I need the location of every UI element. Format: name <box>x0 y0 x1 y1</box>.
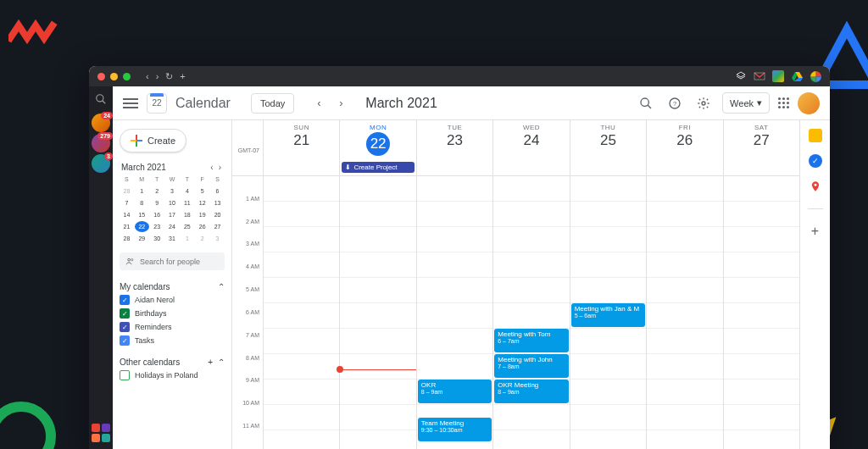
settings-button[interactable] <box>693 93 714 114</box>
nav-forward-icon[interactable]: › <box>156 71 159 81</box>
allday-cell[interactable] <box>570 161 646 175</box>
day-column[interactable]: Meeting with Tom6 – 7amMeeting with John… <box>492 176 569 449</box>
window-close[interactable] <box>97 73 105 80</box>
day-column[interactable] <box>723 176 799 449</box>
calendar-checkbox[interactable]: ✓ <box>120 308 130 319</box>
mini-cal-day[interactable]: 5 <box>195 186 209 197</box>
mini-cal-day[interactable]: 17 <box>165 209 180 220</box>
mini-cal-day[interactable]: 28 <box>120 233 134 244</box>
day-header[interactable]: SAT27 <box>723 120 799 161</box>
calendar-event[interactable]: OKR8 – 9am <box>418 380 492 403</box>
other-calendars-header[interactable]: Other calendars + ⌃ <box>120 354 225 370</box>
nav-new-tab-icon[interactable]: + <box>180 71 185 81</box>
workspace-avatar[interactable]: 279 <box>92 134 110 152</box>
calendar-item[interactable]: ✓Tasks <box>120 335 225 346</box>
allday-cell[interactable]: ⬇Create Project <box>339 161 415 175</box>
nav-back-icon[interactable]: ‹ <box>146 71 149 81</box>
search-icon[interactable] <box>95 93 107 105</box>
mini-cal-day[interactable]: 18 <box>180 209 194 220</box>
mini-cal-day[interactable]: 27 <box>210 221 225 232</box>
google-apps-button[interactable] <box>778 97 789 108</box>
workspace-avatar[interactable]: 24 <box>92 114 110 132</box>
mini-cal-day[interactable]: 21 <box>120 221 134 232</box>
calendar-event[interactable]: OKR Meeting8 – 9am <box>494 380 568 403</box>
today-button[interactable]: Today <box>251 93 294 114</box>
calendar-event[interactable]: Team Meeting9:30 – 10:30am <box>418 418 492 441</box>
search-button[interactable] <box>636 93 656 114</box>
add-addon-icon[interactable]: + <box>809 224 822 238</box>
calendar-item[interactable]: ✓Birthdays <box>120 308 225 319</box>
mini-cal-day[interactable]: 6 <box>210 186 225 197</box>
help-button[interactable]: ? <box>665 93 685 114</box>
calendar-logo-icon[interactable]: 22 <box>147 93 167 114</box>
drive-icon[interactable] <box>791 70 803 82</box>
mini-cal-day[interactable]: 3 <box>210 233 225 244</box>
mini-cal-day[interactable]: 26 <box>195 221 209 232</box>
allday-cell[interactable] <box>646 161 722 175</box>
photos-icon[interactable] <box>810 70 821 82</box>
calendar-event[interactable]: Meeting with Jan & M5 – 6am <box>571 303 645 327</box>
calendar-checkbox[interactable]: ✓ <box>120 335 130 346</box>
mini-cal-day[interactable]: 22 <box>135 221 149 232</box>
allday-cell[interactable] <box>263 161 339 175</box>
day-header[interactable]: THU25 <box>570 120 646 161</box>
view-selector[interactable]: Week▾ <box>722 92 770 114</box>
stack-icon[interactable] <box>735 70 747 82</box>
mini-cal-day[interactable]: 14 <box>120 209 134 220</box>
calendar-item[interactable]: ✓Reminders <box>120 322 225 332</box>
gmail-icon[interactable] <box>754 70 765 82</box>
mini-cal-day[interactable]: 11 <box>180 197 194 208</box>
calendar-checkbox[interactable]: ✓ <box>120 322 130 332</box>
keep-icon[interactable] <box>809 129 822 142</box>
day-header[interactable]: TUE23 <box>416 120 492 161</box>
mini-cal-day[interactable]: 9 <box>150 197 164 208</box>
allday-event[interactable]: ⬇Create Project <box>342 162 414 173</box>
mini-cal-next[interactable]: › <box>217 161 223 174</box>
day-header[interactable]: MON22 <box>339 120 415 161</box>
next-period-button[interactable]: › <box>331 94 350 113</box>
mini-cal-day[interactable]: 23 <box>150 221 164 232</box>
mini-cal-day[interactable]: 1 <box>180 233 194 244</box>
mini-cal-day[interactable]: 13 <box>210 197 225 208</box>
mini-cal-day[interactable]: 2 <box>150 186 164 197</box>
mini-cal-day[interactable]: 25 <box>180 221 194 232</box>
prev-period-button[interactable]: ‹ <box>309 94 328 113</box>
calendar-event[interactable]: Meeting with John7 – 8am <box>494 354 568 378</box>
day-header[interactable]: SUN21 <box>263 120 339 161</box>
mini-cal-day[interactable]: 4 <box>180 186 194 197</box>
day-header[interactable]: WED24 <box>492 120 569 161</box>
mini-cal-day[interactable]: 28 <box>120 186 134 197</box>
window-minimize[interactable] <box>110 73 118 80</box>
window-maximize[interactable] <box>123 73 131 80</box>
nav-reload-icon[interactable]: ↻ <box>165 71 173 82</box>
user-avatar[interactable] <box>798 92 820 114</box>
mini-cal-day[interactable]: 8 <box>135 197 149 208</box>
calendar-item[interactable]: ✓Aidan Nerol <box>120 295 225 305</box>
create-button[interactable]: Create <box>120 129 186 152</box>
mini-cal-prev[interactable]: ‹ <box>209 161 214 174</box>
mini-cal-day[interactable]: 30 <box>150 233 164 244</box>
mini-cal-day[interactable]: 15 <box>135 209 149 220</box>
day-column[interactable] <box>339 176 415 449</box>
mini-cal-day[interactable]: 1 <box>135 186 149 197</box>
day-column[interactable] <box>263 176 339 449</box>
search-people-field[interactable] <box>120 252 225 270</box>
calendar-event[interactable]: Meeting with Tom6 – 7am <box>494 329 568 352</box>
allday-cell[interactable] <box>723 161 799 175</box>
mini-cal-day[interactable]: 20 <box>210 209 225 220</box>
calendar-small-icon[interactable] <box>772 70 784 82</box>
workspace-avatar[interactable]: 3 <box>92 154 110 173</box>
sidebar-apps-grid[interactable] <box>92 424 110 442</box>
calendar-checkbox[interactable] <box>120 370 130 380</box>
mini-cal-day[interactable]: 3 <box>165 186 180 197</box>
search-people-input[interactable] <box>140 258 219 266</box>
day-header[interactable]: FRI26 <box>646 120 722 161</box>
day-column[interactable]: OKR8 – 9amTeam Meeting9:30 – 10:30am <box>416 176 492 449</box>
main-menu-icon[interactable] <box>123 98 138 108</box>
mini-cal-day[interactable]: 12 <box>195 197 209 208</box>
mini-cal-day[interactable]: 19 <box>195 209 209 220</box>
allday-cell[interactable] <box>416 161 492 175</box>
tasks-icon[interactable]: ✓ <box>809 154 822 168</box>
day-column[interactable] <box>646 176 722 449</box>
mini-cal-day[interactable]: 29 <box>135 233 149 244</box>
